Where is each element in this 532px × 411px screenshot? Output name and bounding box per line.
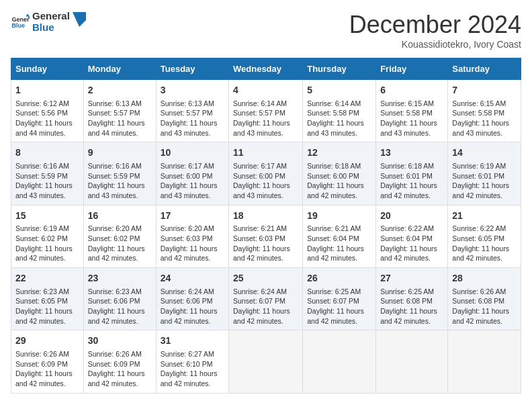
calendar-cell [448, 330, 521, 393]
calendar-cell: 29 Sunrise: 6:26 AM Sunset: 6:09 PM Dayl… [11, 330, 84, 393]
calendar-cell: 2 Sunrise: 6:13 AM Sunset: 5:57 PM Dayli… [83, 80, 156, 142]
sunrise-label: Sunrise: 6:24 AM [233, 287, 287, 295]
day-header-wednesday: Wednesday [229, 58, 303, 80]
day-number: 28 [452, 272, 517, 285]
sunrise-label: Sunrise: 6:17 AM [233, 162, 287, 170]
day-number: 22 [15, 272, 79, 285]
sunset-label: Sunset: 6:08 PM [380, 297, 433, 305]
sunrise-label: Sunrise: 6:16 AM [88, 162, 142, 170]
day-number: 2 [88, 84, 152, 97]
sunrise-label: Sunrise: 6:12 AM [15, 99, 69, 107]
day-number: 19 [307, 210, 371, 223]
daylight-label: Daylight: 11 hours and 42 minutes. [452, 307, 509, 325]
title-section: December 2024 Kouassidiotekro, Ivory Coa… [349, 11, 521, 50]
daylight-label: Daylight: 11 hours and 42 minutes. [15, 307, 73, 325]
logo-general: General [32, 11, 70, 22]
sunset-label: Sunset: 6:03 PM [233, 234, 285, 242]
sunset-label: Sunset: 5:57 PM [233, 109, 285, 117]
day-number: 30 [88, 334, 152, 348]
sunrise-label: Sunrise: 6:23 AM [15, 287, 69, 295]
calendar-cell: 7 Sunrise: 6:15 AM Sunset: 5:58 PM Dayli… [448, 80, 521, 142]
day-number: 21 [452, 210, 517, 223]
sunrise-label: Sunrise: 6:25 AM [307, 287, 361, 295]
sunset-label: Sunset: 6:05 PM [15, 297, 68, 305]
sunrise-label: Sunrise: 6:18 AM [380, 162, 434, 170]
day-number: 5 [307, 84, 371, 97]
sunrise-label: Sunrise: 6:19 AM [15, 224, 69, 232]
sunset-label: Sunset: 6:04 PM [380, 234, 433, 242]
calendar-cell: 26 Sunrise: 6:25 AM Sunset: 6:07 PM Dayl… [303, 268, 376, 330]
sunrise-label: Sunrise: 6:27 AM [161, 350, 214, 358]
day-number: 20 [380, 210, 443, 223]
sunrise-label: Sunrise: 6:15 AM [452, 99, 506, 107]
logo: General Blue General Blue [11, 11, 86, 33]
week-row-2: 8 Sunrise: 6:16 AM Sunset: 5:59 PM Dayli… [11, 142, 521, 205]
day-header-monday: Monday [83, 58, 156, 80]
sunrise-label: Sunrise: 6:17 AM [161, 162, 214, 170]
calendar-table: SundayMondayTuesdayWednesdayThursdayFrid… [11, 58, 521, 394]
daylight-label: Daylight: 11 hours and 44 minutes. [15, 119, 73, 137]
daylight-label: Daylight: 11 hours and 43 minutes. [452, 119, 509, 137]
logo-blue: Blue [32, 22, 70, 34]
daylight-label: Daylight: 11 hours and 43 minutes. [233, 119, 290, 137]
calendar-cell: 27 Sunrise: 6:25 AM Sunset: 6:08 PM Dayl… [376, 268, 448, 330]
day-number: 23 [88, 272, 152, 285]
daylight-label: Daylight: 11 hours and 42 minutes. [307, 307, 364, 325]
sunrise-label: Sunrise: 6:22 AM [452, 224, 506, 232]
month-title: December 2024 [349, 11, 521, 39]
sunrise-label: Sunrise: 6:26 AM [452, 287, 506, 295]
calendar-cell [303, 330, 376, 393]
sunset-label: Sunset: 6:09 PM [88, 360, 140, 368]
sunset-label: Sunset: 5:56 PM [15, 109, 68, 117]
calendar-cell: 24 Sunrise: 6:24 AM Sunset: 6:06 PM Dayl… [156, 268, 228, 330]
svg-marker-2 [26, 13, 30, 16]
daylight-label: Daylight: 11 hours and 42 minutes. [88, 369, 145, 387]
daylight-label: Daylight: 11 hours and 42 minutes. [88, 307, 145, 325]
location-subtitle: Kouassidiotekro, Ivory Coast [349, 39, 521, 50]
sunrise-label: Sunrise: 6:14 AM [307, 99, 361, 107]
sunrise-label: Sunrise: 6:16 AM [15, 162, 69, 170]
calendar-cell: 19 Sunrise: 6:21 AM Sunset: 6:04 PM Dayl… [303, 205, 376, 267]
week-row-3: 15 Sunrise: 6:19 AM Sunset: 6:02 PM Dayl… [11, 205, 521, 267]
daylight-label: Daylight: 11 hours and 43 minutes. [15, 181, 73, 199]
daylight-label: Daylight: 11 hours and 42 minutes. [161, 307, 218, 325]
sunrise-label: Sunrise: 6:20 AM [88, 224, 142, 232]
sunrise-label: Sunrise: 6:21 AM [233, 224, 287, 232]
calendar-cell: 3 Sunrise: 6:13 AM Sunset: 5:57 PM Dayli… [156, 80, 228, 142]
sunset-label: Sunset: 5:59 PM [88, 172, 140, 180]
sunrise-label: Sunrise: 6:20 AM [161, 224, 214, 232]
daylight-label: Daylight: 11 hours and 42 minutes. [452, 181, 509, 199]
day-number: 1 [15, 84, 79, 97]
calendar-cell: 20 Sunrise: 6:22 AM Sunset: 6:04 PM Dayl… [376, 205, 448, 267]
sunset-label: Sunset: 6:04 PM [307, 234, 359, 242]
svg-text:General: General [11, 15, 30, 22]
daylight-label: Daylight: 11 hours and 43 minutes. [161, 119, 218, 137]
daylight-label: Daylight: 11 hours and 43 minutes. [88, 181, 145, 199]
day-number: 29 [15, 334, 79, 348]
calendar-cell: 22 Sunrise: 6:23 AM Sunset: 6:05 PM Dayl… [11, 268, 84, 330]
page-header: General Blue General Blue December 2024 … [11, 11, 521, 50]
day-number: 15 [15, 210, 79, 223]
day-number: 26 [307, 272, 371, 285]
calendar-cell: 9 Sunrise: 6:16 AM Sunset: 5:59 PM Dayli… [83, 142, 156, 205]
day-number: 7 [452, 84, 517, 97]
sunset-label: Sunset: 6:09 PM [15, 360, 68, 368]
calendar-cell: 14 Sunrise: 6:19 AM Sunset: 6:01 PM Dayl… [448, 142, 521, 205]
calendar-cell: 11 Sunrise: 6:17 AM Sunset: 6:00 PM Dayl… [229, 142, 303, 205]
calendar-cell: 10 Sunrise: 6:17 AM Sunset: 6:00 PM Dayl… [156, 142, 228, 205]
daylight-label: Daylight: 11 hours and 43 minutes. [380, 119, 437, 137]
day-number: 12 [307, 146, 371, 160]
calendar-cell: 31 Sunrise: 6:27 AM Sunset: 6:10 PM Dayl… [156, 330, 228, 393]
sunset-label: Sunset: 5:57 PM [88, 109, 140, 117]
calendar-cell: 8 Sunrise: 6:16 AM Sunset: 5:59 PM Dayli… [11, 142, 84, 205]
calendar-cell: 16 Sunrise: 6:20 AM Sunset: 6:02 PM Dayl… [83, 205, 156, 267]
sunset-label: Sunset: 6:07 PM [307, 297, 359, 305]
sunset-label: Sunset: 5:58 PM [452, 109, 504, 117]
sunrise-label: Sunrise: 6:26 AM [15, 350, 69, 358]
calendar-cell: 21 Sunrise: 6:22 AM Sunset: 6:05 PM Dayl… [448, 205, 521, 267]
daylight-label: Daylight: 11 hours and 42 minutes. [233, 244, 290, 263]
day-number: 18 [233, 210, 298, 223]
sunset-label: Sunset: 6:00 PM [307, 172, 359, 180]
calendar-cell [229, 330, 303, 393]
days-header-row: SundayMondayTuesdayWednesdayThursdayFrid… [11, 58, 521, 80]
